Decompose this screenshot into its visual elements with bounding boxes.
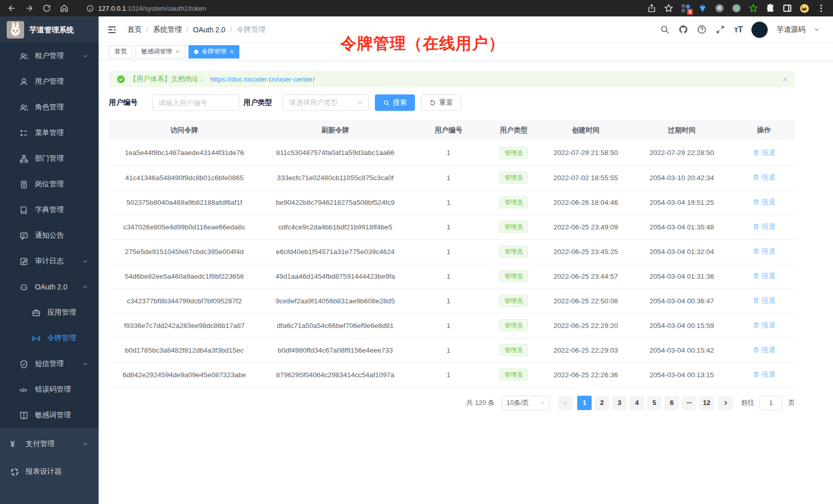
sidebar-item-OAuth 2.0[interactable]: OAuth 2.0 [0, 274, 99, 300]
action-cell: 强退 [733, 362, 795, 387]
reset-button[interactable]: 重置 [421, 94, 461, 111]
user-id-input[interactable] [152, 94, 239, 111]
created-time-cell: 2022-06-25 22:50:08 [541, 288, 631, 313]
page-button-1[interactable]: 1 [577, 396, 592, 410]
green-star-icon[interactable] [749, 4, 758, 13]
sidebar-item-菜单管理[interactable]: 菜单管理 [0, 120, 99, 146]
search-icon[interactable] [660, 25, 670, 34]
chevron-down-icon[interactable] [814, 27, 820, 32]
user-type-badge: 管理员 [499, 147, 528, 159]
forward-icon[interactable] [25, 4, 34, 13]
help-icon[interactable] [697, 25, 707, 34]
page-button-3[interactable]: 3 [612, 396, 627, 410]
user-type-select[interactable]: 请选择用户类型 [282, 94, 369, 111]
sidebar-item-通知公告[interactable]: 通知公告 [0, 223, 99, 248]
goto-page-input[interactable] [760, 396, 782, 410]
app-logo[interactable]: 芋道管理系统 [0, 16, 99, 43]
force-logout-button[interactable]: 强退 [753, 345, 775, 355]
bookmark-star-icon[interactable] [664, 4, 673, 13]
breadcrumb-item[interactable]: 首页 [127, 25, 142, 34]
force-logout-button[interactable]: 强退 [753, 148, 775, 158]
check-circle-icon [117, 75, 125, 83]
close-icon[interactable]: × [176, 48, 180, 55]
sidebar-item-角色管理[interactable]: 角色管理 [0, 94, 99, 120]
breadcrumb-separator: / [146, 26, 148, 34]
sidebar-menu-bottom: ¥支付管理报表设计器 [0, 428, 99, 504]
force-logout-button[interactable]: 强退 [753, 222, 775, 231]
command-circle-icon[interactable]: ⌘ [715, 4, 724, 13]
force-logout-button[interactable]: 强退 [753, 173, 775, 182]
sidebar-item-label: 支付管理 [26, 439, 54, 449]
sidebar-item-支付管理[interactable]: ¥支付管理 [0, 430, 99, 458]
user-id-cell: 1 [411, 190, 486, 215]
sidebar-item-租户管理[interactable]: 租户管理 [0, 43, 99, 69]
page-button-12[interactable]: 12 [699, 396, 714, 410]
doc-link[interactable]: https://doc.iocoder.cn/user-center/ [211, 75, 315, 83]
force-logout-button[interactable]: 强退 [753, 296, 775, 305]
refresh-icon[interactable] [42, 4, 51, 13]
record-circle-icon[interactable] [732, 4, 741, 13]
next-page-button[interactable] [718, 396, 733, 410]
force-logout-button[interactable]: 强退 [753, 321, 775, 330]
hamburger-icon[interactable] [107, 25, 117, 35]
url-host: 127.0.0.1 [98, 5, 126, 12]
user-type-badge: 管理员 [499, 171, 528, 184]
chevron-down-icon [82, 361, 88, 367]
close-icon[interactable]: × [783, 75, 788, 84]
sidebar-item-令牌管理[interactable]: 令牌管理 [0, 325, 99, 351]
puzzle-icon[interactable] [766, 4, 775, 13]
sidebar-item-敏感词管理[interactable]: 敏感词管理 [0, 402, 99, 428]
share-icon[interactable] [647, 4, 656, 13]
page-button-6[interactable]: 6 [665, 396, 679, 410]
sidebar-panel-icon[interactable] [783, 4, 792, 13]
org-chart-icon [20, 154, 28, 163]
user-type-badge: 管理员 [499, 196, 528, 208]
page-size-select[interactable]: 10条/页 [502, 396, 550, 410]
emoji-icon[interactable] [800, 4, 809, 13]
user-id-cell: 1 [411, 165, 486, 190]
sidebar-item-审计日志[interactable]: 审计日志 [0, 248, 99, 274]
github-icon[interactable] [678, 25, 688, 34]
breadcrumb-item[interactable]: OAuth 2.0 [193, 26, 225, 34]
page-button-4[interactable]: 4 [630, 396, 644, 410]
extension-grid-icon[interactable]: 9 [681, 4, 690, 13]
sidebar-item-应用管理[interactable]: 应用管理 [0, 300, 99, 325]
breadcrumb-item[interactable]: 系统管理 [153, 25, 182, 34]
force-logout-button[interactable]: 强退 [753, 198, 775, 207]
back-icon[interactable] [7, 4, 16, 13]
sidebar-item-用户管理[interactable]: 用户管理 [0, 69, 99, 94]
url-bar[interactable]: 127.0.0.1:1024/system/oauth2/token [86, 5, 206, 12]
kebab-menu-icon[interactable] [817, 4, 826, 13]
search-button[interactable]: 搜索 [375, 94, 415, 111]
tab-首页[interactable]: 首页 [109, 45, 132, 59]
sidebar-item-岗位管理[interactable]: 岗位管理 [0, 171, 99, 197]
close-icon[interactable]: × [230, 48, 234, 55]
sidebar-item-短信管理[interactable]: 短信管理 [0, 351, 99, 377]
sidebar-item-字典管理[interactable]: 字典管理 [0, 197, 99, 223]
sidebar-item-label: 部门管理 [35, 154, 64, 163]
force-logout-button[interactable]: 强退 [753, 370, 775, 379]
home-icon[interactable] [60, 4, 69, 13]
tab-令牌管理[interactable]: 令牌管理× [188, 45, 240, 59]
goto-label: 前往 [741, 398, 754, 408]
fullscreen-icon[interactable] [715, 25, 725, 34]
page-button-2[interactable]: 2 [595, 396, 609, 410]
gem-icon[interactable] [698, 4, 707, 13]
tab-敏感词管理[interactable]: 敏感词管理× [136, 45, 185, 59]
prev-page-button[interactable] [558, 396, 573, 410]
force-logout-button[interactable]: 强退 [753, 247, 775, 256]
expire-time-cell: 2054-03-04 00:36:47 [630, 288, 733, 313]
avatar[interactable] [751, 22, 768, 38]
more-pages-button[interactable]: ••• [682, 396, 696, 410]
fontsize-icon[interactable]: тT [734, 25, 743, 35]
breadcrumb-separator: / [230, 26, 232, 34]
sidebar-item-部门管理[interactable]: 部门管理 [0, 146, 99, 171]
force-logout-button[interactable]: 强退 [753, 272, 775, 281]
sidebar-item-错误码管理[interactable]: </>错误码管理 [0, 377, 99, 402]
user-name[interactable]: 芋道源码 [777, 25, 805, 34]
user-type-cell: 管理员 [486, 338, 541, 362]
sidebar-item-报表设计器[interactable]: 报表设计器 [0, 458, 99, 486]
page-button-5[interactable]: 5 [647, 396, 661, 410]
post-badge-icon [20, 180, 28, 189]
info-icon[interactable] [86, 5, 94, 12]
